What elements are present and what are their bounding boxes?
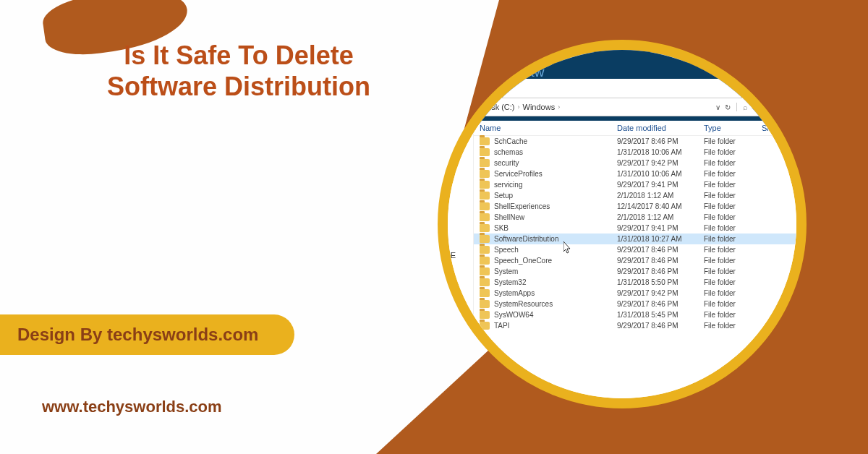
file-row[interactable]: Setup2/1/2018 1:12 AMFile folder: [474, 190, 807, 201]
title-line-2: Software Distribution: [107, 72, 370, 101]
file-date: 9/29/2017 9:41 PM: [617, 181, 704, 189]
file-row[interactable]: schemas1/31/2018 10:06 AMFile folder: [474, 147, 807, 158]
folder-icon: [480, 322, 490, 330]
file-row[interactable]: SKB9/29/2017 9:41 PMFile folder: [474, 223, 807, 234]
sidebar-item[interactable]: *: [438, 168, 470, 183]
folder-icon: [480, 137, 490, 145]
folder-icon: [480, 224, 490, 232]
search-icon: ⌕: [743, 103, 748, 111]
file-type: File folder: [704, 181, 762, 189]
file-date: 9/29/2017 9:41 PM: [617, 224, 704, 232]
sidebar-item[interactable]: I_TAC_LIE: [438, 248, 470, 262]
file-type: File folder: [704, 311, 762, 319]
chevron-right-icon: ›: [518, 103, 520, 111]
file-date: 9/29/2017 8:46 PM: [617, 137, 704, 145]
page-title: Is It Safe To Delete Software Distributi…: [83, 40, 394, 102]
file-date: 9/29/2017 8:46 PM: [617, 246, 704, 254]
file-row[interactable]: Speech_OneCore9/29/2017 8:46 PMFile fold…: [474, 255, 807, 266]
file-name: schemas: [494, 148, 523, 156]
circular-screenshot-frame: go to the C:\Windows\Softw View — □ ✕ hi…: [438, 40, 807, 408]
file-name: SystemResources: [494, 300, 553, 308]
folder-icon: [480, 311, 490, 319]
chevron-right-icon: ›: [558, 103, 560, 111]
file-type: File folder: [704, 278, 762, 286]
folder-icon: [480, 159, 490, 167]
file-type: File folder: [704, 137, 762, 145]
file-rows: SchCache9/29/2017 8:46 PMFile foldersche…: [474, 136, 807, 331]
file-date: 9/29/2017 8:46 PM: [617, 322, 704, 330]
folder-icon: [480, 148, 490, 156]
folder-icon: [480, 181, 490, 189]
file-row[interactable]: security9/29/2017 9:42 PMFile folder: [474, 158, 807, 168]
file-name: security: [494, 159, 519, 167]
file-date: 2/1/2018 1:12 AM: [617, 213, 704, 221]
file-name: System32: [494, 278, 526, 286]
nav-sidebar[interactable]: * * * * PC I_TAC_LIE: [438, 121, 474, 408]
sidebar-item[interactable]: *: [438, 140, 470, 154]
dropdown-icon[interactable]: ∨: [715, 103, 720, 111]
file-row[interactable]: SysWOW641/31/2018 5:45 PMFile folder: [474, 309, 807, 320]
col-type[interactable]: Type: [704, 124, 762, 132]
folder-icon: [480, 257, 490, 265]
file-date: 9/29/2017 9:42 PM: [617, 159, 704, 167]
sidebar-item-pc[interactable]: PC: [438, 190, 470, 205]
file-name: System: [494, 267, 518, 275]
folder-icon: [480, 300, 490, 308]
file-name: ServiceProfiles: [494, 170, 542, 178]
folder-icon: [480, 192, 490, 200]
file-row[interactable]: SystemApps9/29/2017 9:42 PMFile folder: [474, 288, 807, 299]
file-date: 1/31/2018 10:06 AM: [617, 148, 704, 156]
refresh-icon[interactable]: ↻: [725, 103, 731, 111]
folder-icon: [480, 170, 490, 178]
mouse-cursor-icon: [563, 241, 572, 254]
file-date: 1/31/2018 5:50 PM: [617, 278, 704, 286]
file-row[interactable]: System9/29/2017 8:46 PMFile folder: [474, 266, 807, 277]
file-date: 1/31/2018 5:45 PM: [617, 311, 704, 319]
file-row[interactable]: servicing9/29/2017 9:41 PMFile folder: [474, 179, 807, 190]
file-type: File folder: [704, 246, 762, 254]
file-row[interactable]: TAPI9/29/2017 8:46 PMFile folder: [474, 320, 807, 331]
credit-text: Design By techysworlds.com: [17, 325, 258, 344]
file-date: 1/31/2018 10:27 AM: [617, 235, 704, 243]
site-url: www.techysworlds.com: [42, 398, 222, 416]
file-explorer-window: go to the C:\Windows\Softw View — □ ✕ hi…: [438, 40, 807, 408]
file-type: File folder: [704, 300, 762, 308]
file-name: Setup: [494, 192, 513, 200]
address-bar[interactable]: his PC › Local Disk (C:) › Windows › ∨ ↻…: [438, 98, 807, 116]
file-name: Speech_OneCore: [494, 257, 552, 265]
file-date: 9/29/2017 8:46 PM: [617, 257, 704, 265]
col-date[interactable]: Date modified: [617, 124, 704, 132]
file-date: 9/29/2017 9:42 PM: [617, 289, 704, 297]
file-name: ShellExperiences: [494, 202, 550, 210]
sidebar-item[interactable]: *: [438, 154, 470, 168]
folder-icon: [480, 246, 490, 254]
chevron-right-icon: ›: [457, 103, 459, 111]
file-row[interactable]: ShellExperiences12/14/2017 8:40 AMFile f…: [474, 201, 807, 212]
column-headers[interactable]: Name Date modified Type Size: [474, 121, 807, 136]
file-type: File folder: [704, 257, 762, 265]
file-type: File folder: [704, 322, 762, 330]
file-row[interactable]: Speech9/29/2017 8:46 PMFile folder: [474, 244, 807, 255]
file-row[interactable]: SchCache9/29/2017 8:46 PMFile folder: [474, 136, 807, 147]
file-row[interactable]: SoftwareDistribution1/31/2018 10:27 AMFi…: [474, 234, 807, 244]
folder-icon: [480, 267, 490, 275]
file-date: 9/29/2017 8:46 PM: [617, 300, 704, 308]
file-type: File folder: [704, 148, 762, 156]
file-row[interactable]: ShellNew2/1/2018 1:12 AMFile folder: [474, 212, 807, 223]
file-type: File folder: [704, 202, 762, 210]
sidebar-item[interactable]: *: [438, 125, 470, 140]
crumb-folder[interactable]: Windows: [523, 103, 556, 111]
file-type: File folder: [704, 224, 762, 232]
file-name: Speech: [494, 246, 519, 254]
file-name: SystemApps: [494, 289, 535, 297]
file-name: ShellNew: [494, 213, 524, 221]
file-date: 2/1/2018 1:12 AM: [617, 192, 704, 200]
file-name: SoftwareDistribution: [494, 235, 558, 243]
file-type: File folder: [704, 213, 762, 221]
col-name[interactable]: Name: [480, 124, 617, 132]
file-type: File folder: [704, 159, 762, 167]
file-row[interactable]: SystemResources9/29/2017 8:46 PMFile fol…: [474, 299, 807, 309]
crumb-root[interactable]: his PC: [438, 103, 454, 111]
file-row[interactable]: ServiceProfiles1/31/2010 10:06 AMFile fo…: [474, 168, 807, 179]
file-row[interactable]: System321/31/2018 5:50 PMFile folder: [474, 277, 807, 288]
